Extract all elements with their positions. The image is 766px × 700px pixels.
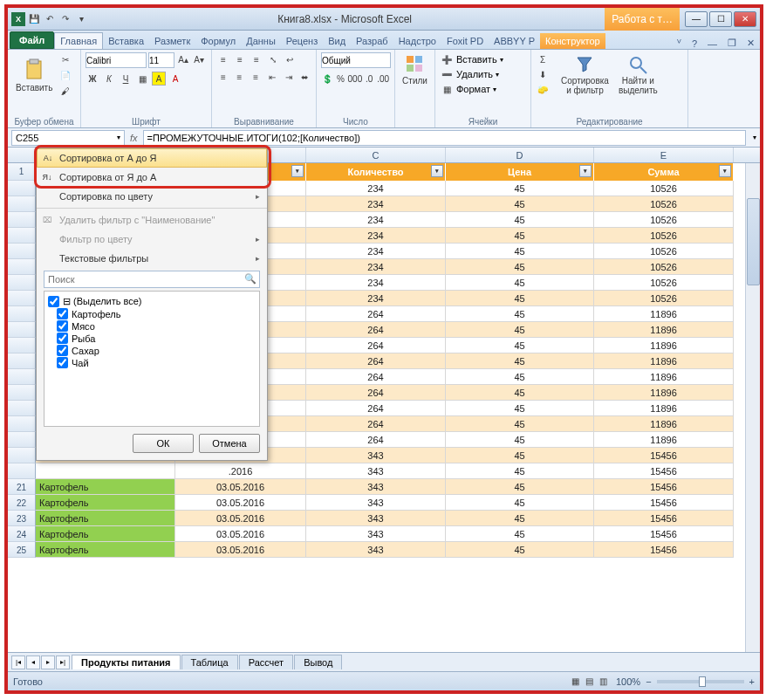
cut-icon[interactable]: ✂: [58, 52, 72, 66]
sort-za-item[interactable]: Я↓ Сортировка от Я до А: [37, 168, 267, 187]
cell-sum[interactable]: 10526: [594, 212, 734, 228]
table-row[interactable]: 21Картофель03.05.20163434515456: [8, 479, 760, 495]
fill-icon[interactable]: ⬇: [536, 68, 550, 82]
filter-checkbox-item[interactable]: ⊟ (Выделить все): [48, 296, 256, 307]
border-button[interactable]: ▦: [135, 72, 149, 86]
cell-qty[interactable]: 343: [306, 511, 446, 526]
workbook-restore-icon[interactable]: ❐: [722, 38, 742, 49]
indent-dec-icon[interactable]: ⇤: [265, 70, 279, 84]
cell-price[interactable]: 45: [446, 369, 594, 385]
cell-sum[interactable]: 10526: [594, 181, 734, 196]
cell-price[interactable]: 45: [446, 322, 594, 338]
cell-qty[interactable]: 234: [306, 259, 446, 275]
align-bottom-icon[interactable]: ≡: [250, 52, 263, 66]
cells-insert-button[interactable]: ➕Вставить▾: [440, 52, 526, 66]
cell-qty[interactable]: 264: [306, 322, 446, 338]
copy-icon[interactable]: 📄: [58, 68, 72, 82]
orientation-icon[interactable]: ⤡: [266, 52, 280, 66]
col-header-e[interactable]: E: [594, 148, 734, 162]
cell-price[interactable]: 45: [446, 353, 594, 369]
paste-button[interactable]: Вставить: [12, 56, 56, 94]
filter-checkbox-item[interactable]: Картофель: [57, 308, 256, 319]
table-row[interactable]: 24Картофель03.05.20163434515456: [8, 526, 760, 542]
cell-price[interactable]: 45: [446, 244, 594, 259]
filter-search-input[interactable]: [44, 271, 260, 288]
formula-input[interactable]: [143, 130, 746, 146]
cell-date[interactable]: 03.05.2016: [175, 511, 306, 526]
worksheet-grid[interactable]: A B C D E 1 Наименование▾ Дата▾ Количест…: [8, 148, 760, 659]
row-header[interactable]: [8, 385, 36, 401]
cell-sum[interactable]: 11896: [594, 385, 734, 401]
cell-qty[interactable]: 264: [306, 432, 446, 448]
cell-price[interactable]: 45: [446, 385, 594, 401]
align-center-icon[interactable]: ≡: [233, 70, 247, 84]
cell-sum[interactable]: 15456: [594, 542, 734, 558]
cell-price[interactable]: 45: [446, 228, 594, 244]
cell-qty[interactable]: 343: [306, 526, 446, 542]
row-header[interactable]: 23: [8, 511, 36, 526]
tab-addins[interactable]: Надстро: [393, 33, 441, 49]
filter-ok-button[interactable]: ОК: [133, 434, 194, 453]
filter-checkbox[interactable]: [57, 333, 68, 344]
cell-sum[interactable]: 10526: [594, 291, 734, 306]
cell-sum[interactable]: 11896: [594, 401, 734, 416]
cell-qty[interactable]: 264: [306, 385, 446, 401]
row-header[interactable]: [8, 338, 36, 353]
workbook-close-icon[interactable]: ✕: [742, 38, 760, 49]
filter-checkbox[interactable]: [57, 320, 68, 332]
italic-button[interactable]: К: [102, 72, 116, 86]
row-header[interactable]: [8, 306, 36, 322]
cell-sum[interactable]: 15456: [594, 511, 734, 526]
sort-filter-button[interactable]: Сортировка и фильтр: [557, 52, 612, 97]
number-format-combo[interactable]: [321, 52, 391, 68]
row-header[interactable]: [8, 353, 36, 369]
tab-constructor[interactable]: Конструктор: [540, 33, 605, 49]
cell-price[interactable]: 45: [446, 275, 594, 291]
row-header[interactable]: [8, 448, 36, 463]
sort-color-item[interactable]: Сортировка по цвету▸: [37, 187, 267, 206]
row-header[interactable]: [8, 196, 36, 212]
row-header[interactable]: [8, 322, 36, 338]
tab-insert[interactable]: Вставка: [103, 33, 149, 49]
tab-abbyy[interactable]: ABBYY P: [489, 33, 540, 49]
cell-date[interactable]: 03.05.2016: [175, 495, 306, 511]
autosum-icon[interactable]: Σ: [536, 53, 550, 67]
cell-qty[interactable]: 234: [306, 244, 446, 259]
cell-sum[interactable]: 15456: [594, 463, 734, 479]
sheet-nav-prev[interactable]: ◂: [26, 655, 40, 669]
vertical-scrollbar[interactable]: [745, 163, 760, 659]
row-header[interactable]: 25: [8, 542, 36, 558]
cell-price[interactable]: 45: [446, 259, 594, 275]
cell-qty[interactable]: 264: [306, 401, 446, 416]
cell-name[interactable]: [36, 463, 175, 479]
cell-price[interactable]: 45: [446, 495, 594, 511]
cell-qty[interactable]: 264: [306, 369, 446, 385]
cell-sum[interactable]: 11896: [594, 416, 734, 432]
cell-qty[interactable]: 234: [306, 291, 446, 306]
cell-sum[interactable]: 15456: [594, 526, 734, 542]
row-header[interactable]: [8, 244, 36, 259]
cell-date[interactable]: 03.05.2016: [175, 479, 306, 495]
sort-az-item[interactable]: A↓ Сортировка от А до Я: [37, 148, 267, 168]
sheet-tab-2[interactable]: Таблица: [181, 655, 238, 669]
cell-price[interactable]: 45: [446, 479, 594, 495]
filter-button-date[interactable]: ▾: [291, 165, 304, 177]
comma-icon[interactable]: 000: [348, 72, 362, 86]
col-header-d[interactable]: D: [446, 148, 594, 162]
sheet-tab-4[interactable]: Вывод: [294, 655, 342, 669]
cell-sum[interactable]: 15456: [594, 448, 734, 463]
cell-qty[interactable]: 264: [306, 338, 446, 353]
cell-qty[interactable]: 264: [306, 306, 446, 322]
row-header[interactable]: [8, 463, 36, 479]
tab-foxit[interactable]: Foxit PD: [441, 33, 489, 49]
cell-qty[interactable]: 234: [306, 181, 446, 196]
cell-sum[interactable]: 11896: [594, 322, 734, 338]
tab-formulas[interactable]: Формул: [195, 33, 241, 49]
cell-sum[interactable]: 15456: [594, 495, 734, 511]
cell-qty[interactable]: 343: [306, 495, 446, 511]
filter-checkbox-item[interactable]: Мясо: [57, 320, 256, 332]
cell-qty[interactable]: 343: [306, 479, 446, 495]
cell-price[interactable]: 45: [446, 416, 594, 432]
table-row[interactable]: 23Картофель03.05.20163434515456: [8, 511, 760, 526]
select-all-corner[interactable]: [8, 148, 36, 162]
